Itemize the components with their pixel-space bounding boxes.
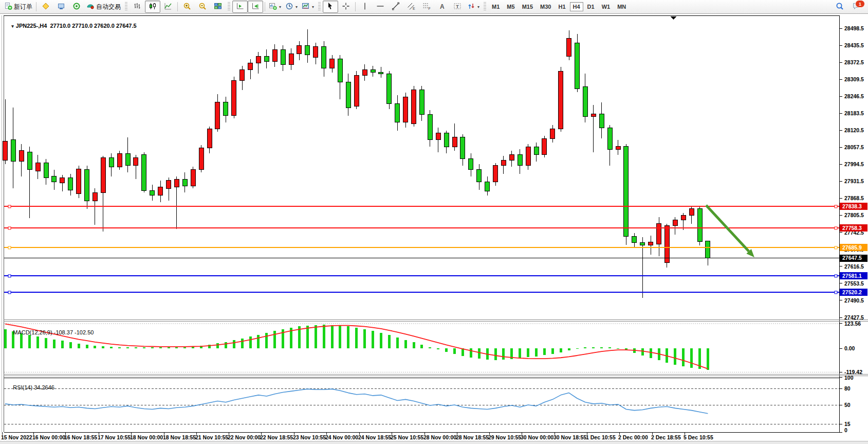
chart-frame: [2, 15, 868, 433]
macd-histogram-bar: [576, 348, 579, 349]
line-handle[interactable]: [835, 205, 837, 208]
price-tag: 27838.3: [840, 203, 867, 210]
macd-histogram-bar: [502, 348, 505, 360]
macd-axis-label: 0.00: [844, 345, 855, 351]
timeframe-button-m15[interactable]: M15: [519, 2, 536, 11]
data-window-button[interactable]: [38, 1, 53, 13]
macd-histogram-bar: [331, 325, 334, 348]
chart-shift-marker[interactable]: [670, 16, 676, 20]
candle: [297, 41, 302, 60]
candle: [559, 67, 563, 132]
rsi-line: [5, 389, 708, 414]
line-handle[interactable]: [8, 275, 11, 277]
timeframe-button-m1[interactable]: M1: [489, 2, 503, 11]
toolbar-grip[interactable]: [318, 2, 321, 11]
new-order-button[interactable]: 新订单: [2, 1, 34, 13]
macd-histogram-bar: [233, 340, 235, 348]
svg-text:A: A: [440, 3, 445, 10]
new-chart-button[interactable]: ▾: [267, 1, 283, 13]
trendline-button[interactable]: [388, 1, 403, 13]
horizontal-line-object[interactable]: [4, 227, 839, 229]
macd-histogram-bar: [674, 348, 676, 365]
line-handle[interactable]: [8, 205, 11, 208]
vline-button[interactable]: [357, 1, 373, 13]
macd-histogram-bar: [306, 326, 309, 348]
toolbar-grip[interactable]: [484, 2, 486, 11]
horizontal-line-object[interactable]: [4, 205, 839, 208]
candle: [509, 151, 514, 167]
price-axis-label: 27805.5: [844, 212, 864, 218]
search-button[interactable]: [832, 1, 847, 13]
timeframe-button-w1[interactable]: W1: [599, 2, 614, 11]
bars-button[interactable]: [130, 1, 145, 13]
rsi-axis-label: 15: [844, 421, 851, 427]
time-axis[interactable]: 15 Nov 202216 Nov 00:0016 Nov 18:5517 No…: [1, 432, 713, 440]
macd-histogram-bar: [347, 326, 349, 348]
arrows-button[interactable]: ▾: [465, 1, 482, 13]
line-handle[interactable]: [835, 291, 837, 294]
horizontal-line-object[interactable]: [4, 291, 839, 294]
tile-windows-button[interactable]: [210, 1, 226, 13]
candle: [68, 174, 73, 196]
timeframe-button-h4[interactable]: H4: [570, 2, 583, 11]
auto-scroll-button[interactable]: [232, 1, 248, 13]
candles-button[interactable]: [145, 1, 160, 13]
channel-button[interactable]: E: [403, 1, 419, 13]
toolbar-grip[interactable]: [228, 2, 230, 11]
period-clock-button[interactable]: ▾: [283, 1, 300, 13]
line-handle[interactable]: [8, 291, 11, 294]
chat-button[interactable]: 1: [851, 1, 863, 12]
label-button[interactable]: T: [450, 1, 465, 13]
macd-histogram-bar: [110, 347, 113, 348]
timeframe-button-m5[interactable]: M5: [504, 2, 518, 11]
candle: [174, 176, 179, 229]
macd-histogram-bar: [437, 348, 439, 349]
timeframe-button-d1[interactable]: D1: [584, 2, 598, 11]
candle: [518, 149, 522, 173]
candle: [313, 43, 318, 64]
chart-shift-button[interactable]: [248, 1, 263, 13]
macd-histogram-bar: [380, 333, 382, 348]
candle: [207, 127, 212, 153]
candles-icon: [149, 2, 157, 12]
zoom-in-button[interactable]: [179, 1, 195, 13]
toolbar-grip[interactable]: [125, 2, 127, 11]
text-button[interactable]: A: [434, 1, 450, 13]
rsi-axis-label: 50: [844, 402, 851, 408]
toolbar-separator: [355, 2, 356, 11]
fibonacci-button[interactable]: F: [419, 1, 434, 13]
line-handle[interactable]: [8, 246, 11, 249]
macd-histogram-bar: [159, 347, 162, 348]
timeframe-button-h1[interactable]: H1: [555, 2, 568, 11]
horizontal-line-object[interactable]: [4, 246, 839, 249]
template-button[interactable]: ▾: [300, 1, 316, 13]
crosshair-button[interactable]: [338, 1, 354, 13]
line-handle[interactable]: [835, 227, 837, 229]
trend-arrow-object[interactable]: [706, 205, 754, 257]
candle: [567, 30, 571, 60]
navigator-button[interactable]: [53, 1, 69, 13]
macd-histogram-bar: [241, 339, 244, 348]
line-handle[interactable]: [8, 227, 11, 229]
line-chart-button[interactable]: [160, 1, 176, 13]
price-axis-label: 28183.5: [844, 110, 864, 116]
line-handle[interactable]: [835, 246, 837, 249]
macd-histogram-bar: [429, 347, 431, 348]
line-handle[interactable]: [835, 275, 837, 277]
macd-histogram-bar: [12, 331, 14, 348]
community-button[interactable]: [69, 1, 84, 13]
macd-histogram-bar: [118, 347, 121, 348]
hline-button[interactable]: [373, 1, 388, 13]
drawing-objects-layer[interactable]: [4, 205, 839, 294]
zoom-out-button[interactable]: [195, 1, 210, 13]
chart-canvas[interactable]: 28498.528435.528372.528309.528246.528183…: [0, 14, 868, 441]
candle: [142, 152, 146, 193]
time-axis-label: 1 Dec 10:55: [586, 434, 616, 440]
macd-histogram-bar: [53, 340, 56, 348]
horizontal-line-object[interactable]: [4, 275, 839, 277]
timeframe-button-m30[interactable]: M30: [537, 2, 554, 11]
data-window-icon: [42, 2, 50, 12]
timeframe-button-mn[interactable]: MN: [614, 2, 629, 11]
autotrading-button[interactable]: 自动交易: [84, 1, 123, 13]
cursor-button[interactable]: [323, 1, 338, 13]
